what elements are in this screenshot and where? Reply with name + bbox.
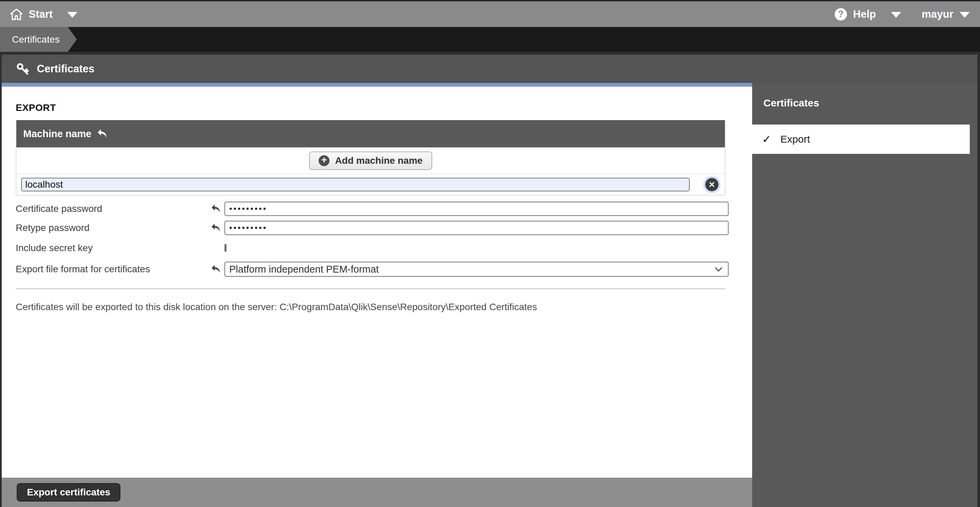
key-icon	[16, 62, 31, 76]
qmc-certificates-page: Start ? Help mayur Certificates	[0, 0, 980, 507]
certificate-password-row: Certificate password	[16, 202, 727, 216]
help-menu[interactable]: ? Help	[835, 8, 901, 21]
sidebar-title: Certificates	[764, 97, 977, 109]
include-secret-key-field	[224, 245, 729, 251]
undo-arrow-icon[interactable]	[211, 223, 221, 233]
top-bar: Start ? Help mayur	[0, 0, 980, 27]
user-name: mayur	[922, 8, 953, 21]
undo-arrow-icon[interactable]	[211, 204, 221, 214]
export-location-note: Certificates will be exported to this di…	[16, 301, 727, 312]
sidebar-item-export[interactable]: ✓ Export	[752, 124, 970, 154]
page-frame: Certificates EXPORT Machine name	[0, 52, 980, 507]
chevron-down-icon	[715, 264, 722, 271]
include-secret-key-checkbox[interactable]	[224, 244, 226, 252]
include-secret-key-label: Include secret key	[16, 242, 211, 254]
machine-name-header: Machine name	[16, 120, 725, 147]
include-secret-key-row: Include secret key	[16, 242, 727, 254]
undo-slot	[211, 204, 224, 214]
help-icon: ?	[835, 8, 847, 21]
retype-password-label: Retype password	[16, 222, 211, 233]
export-format-field: Platform independent PEM-format	[224, 262, 729, 277]
export-format-label: Export file format for certificates	[16, 264, 211, 275]
page-title-bar: Certificates	[2, 54, 977, 83]
certificate-password-label: Certificate password	[16, 203, 211, 214]
top-bar-right: ? Help mayur	[835, 8, 970, 21]
add-machine-name-label: Add machine name	[335, 155, 423, 166]
breadcrumb-tab-certificates[interactable]: Certificates	[0, 27, 77, 52]
check-icon: ✓	[762, 133, 771, 146]
certificate-password-field	[224, 202, 729, 216]
export-certificates-button[interactable]: Export certificates	[17, 483, 121, 502]
content-column: EXPORT Machine name + Add mach	[2, 83, 752, 507]
table-row-machine: ✕	[16, 174, 725, 195]
export-panel: EXPORT Machine name + Add mach	[2, 87, 752, 478]
machine-name-header-label: Machine name	[23, 128, 91, 140]
export-format-row: Export file format for certificates Plat…	[16, 262, 727, 277]
plus-icon: +	[318, 155, 329, 166]
user-menu[interactable]: mayur	[922, 8, 970, 21]
sidebar-item-label: Export	[780, 133, 810, 145]
start-menu[interactable]: Start	[10, 8, 78, 21]
add-machine-name-button[interactable]: + Add machine name	[309, 151, 432, 170]
body-row: EXPORT Machine name + Add mach	[2, 83, 977, 507]
table-row-add: + Add machine name	[16, 147, 725, 174]
caret-down-icon	[959, 12, 970, 18]
certificate-password-input[interactable]	[224, 202, 729, 216]
remove-machine-icon[interactable]: ✕	[705, 178, 718, 191]
caret-down-icon	[67, 12, 78, 18]
undo-slot	[211, 265, 224, 274]
retype-password-input[interactable]	[224, 221, 729, 235]
action-bar: Export certificates	[2, 478, 752, 507]
undo-slot	[211, 223, 224, 233]
accent-strip	[2, 83, 752, 87]
section-heading: EXPORT	[16, 102, 727, 113]
breadcrumb: Certificates	[0, 27, 980, 52]
retype-password-field	[224, 221, 729, 235]
breadcrumb-label: Certificates	[12, 34, 60, 45]
export-format-selected-value: Platform independent PEM-format	[229, 264, 379, 275]
export-format-select[interactable]: Platform independent PEM-format	[224, 262, 729, 277]
sidebar: Certificates ✓ Export	[752, 83, 977, 507]
home-icon	[10, 8, 22, 20]
divider	[16, 288, 725, 289]
caret-down-icon	[891, 12, 901, 18]
help-label: Help	[853, 8, 876, 21]
machine-name-input[interactable]	[21, 178, 690, 191]
undo-arrow-icon[interactable]	[97, 129, 108, 139]
page-title: Certificates	[37, 63, 94, 75]
start-label: Start	[29, 8, 53, 21]
machine-name-table: Machine name + Add machine name	[16, 120, 725, 196]
retype-password-row: Retype password	[16, 221, 727, 235]
undo-arrow-icon[interactable]	[211, 265, 221, 274]
